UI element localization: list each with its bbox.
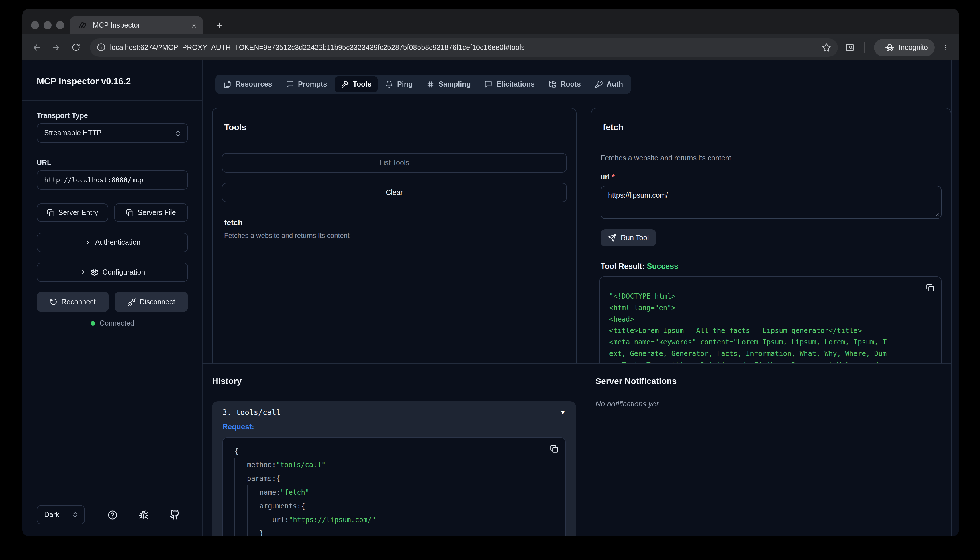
- run-tool-button[interactable]: Run Tool: [601, 229, 656, 247]
- tab-prompts[interactable]: Prompts: [280, 76, 333, 92]
- url-field-textarea[interactable]: https://lipsum.com/: [601, 186, 942, 219]
- result-code-line: "<!DOCTYPE html>: [600, 291, 941, 302]
- mcp-favicon-icon: [78, 21, 87, 30]
- copy-result-icon[interactable]: [926, 284, 934, 292]
- tab-label: Ping: [397, 80, 413, 88]
- json-token-str: "tools/call": [276, 458, 326, 472]
- window-zoom-button[interactable]: [56, 21, 64, 29]
- url-field-value: https://lipsum.com/: [608, 192, 668, 200]
- transport-type-select[interactable]: Streamable HTTP: [37, 123, 188, 143]
- result-code-line: <meta name="keywords" content="Lorem Ips…: [600, 337, 941, 348]
- bell-icon: [385, 80, 393, 88]
- result-code-line: <head>: [600, 313, 941, 325]
- tab-close-icon[interactable]: [191, 22, 197, 28]
- side-panel-button[interactable]: [840, 38, 860, 57]
- bookmark-star-icon[interactable]: [822, 43, 831, 52]
- back-arrow-icon: [32, 43, 41, 52]
- tab-label: Roots: [561, 80, 581, 88]
- tab-tools[interactable]: Tools: [334, 76, 378, 92]
- reconnect-button[interactable]: Reconnect: [37, 292, 109, 312]
- github-icon[interactable]: [170, 510, 180, 520]
- address-bar[interactable]: localhost:6274/?MCP_PROXY_AUTH_TOKEN=9e7…: [90, 38, 838, 57]
- indent-guide: [260, 513, 272, 527]
- server-url-value: http://localhost:8080/mcp: [44, 176, 143, 184]
- notifications-empty-text: No notifications yet: [596, 400, 659, 408]
- rotate-ccw-icon: [50, 298, 57, 305]
- json-token-str: "https://lipsum.com/": [289, 513, 376, 527]
- incognito-label: Incognito: [899, 43, 928, 51]
- copy-icon: [47, 209, 55, 217]
- sidebar-divider: [22, 100, 202, 101]
- tab-auth[interactable]: Auth: [588, 76, 629, 92]
- browser-titlebar: MCP Inspector: [22, 8, 959, 34]
- help-icon[interactable]: [107, 510, 117, 520]
- copy-request-icon[interactable]: [550, 445, 558, 453]
- tool-result-label: Tool Result: Success: [601, 262, 678, 270]
- resize-handle-icon[interactable]: [933, 211, 939, 217]
- browser-tab-title: MCP Inspector: [93, 21, 191, 29]
- message-square-icon: [286, 80, 294, 88]
- request-json-line: name: "fetch": [235, 485, 557, 499]
- result-code-line: <title>Lorem Ipsum - All the facts - Lip…: [600, 325, 941, 337]
- server-url-input[interactable]: http://localhost:8080/mcp: [37, 170, 188, 190]
- window-close-button[interactable]: [31, 21, 39, 29]
- server-entry-button[interactable]: Server Entry: [37, 203, 108, 222]
- chevron-right-icon: [80, 269, 87, 276]
- theme-value: Dark: [44, 511, 72, 519]
- history-entry-card: 3. tools/call ▼ Request: {method: "tools…: [212, 401, 576, 537]
- tool-list-item-name[interactable]: fetch: [224, 218, 243, 227]
- tab-elicitations[interactable]: Elicitations: [478, 76, 541, 92]
- sidebar-footer-icons: [97, 505, 191, 525]
- tool-detail-panel: fetch Fetches a website and returns its …: [591, 108, 951, 364]
- browser-tab[interactable]: MCP Inspector: [70, 16, 203, 34]
- authentication-expander[interactable]: Authentication: [37, 233, 188, 252]
- tab-label: Tools: [353, 80, 371, 88]
- send-icon: [608, 234, 616, 242]
- tab-label: Auth: [607, 80, 623, 88]
- history-entry-header[interactable]: 3. tools/call ▼: [212, 401, 576, 417]
- url-text[interactable]: localhost:6274/?MCP_PROXY_AUTH_TOKEN=9e7…: [110, 43, 822, 51]
- required-asterisk: *: [612, 173, 615, 181]
- back-button[interactable]: [27, 38, 47, 57]
- json-token-str: "fetch": [280, 485, 309, 499]
- result-code-line: <html lang="en">: [600, 302, 941, 313]
- site-info-icon[interactable]: [97, 43, 105, 52]
- tab-resources[interactable]: Resources: [217, 76, 278, 92]
- theme-select[interactable]: Dark: [37, 505, 85, 525]
- browser-menu-button[interactable]: [936, 38, 955, 57]
- forward-arrow-icon: [52, 43, 61, 52]
- clear-tools-button[interactable]: Clear: [222, 183, 567, 202]
- browser-window: MCP Inspector localhost:6274/?MCP_PROXY_…: [22, 8, 959, 537]
- forward-button[interactable]: [47, 38, 66, 57]
- history-title: History: [212, 376, 241, 386]
- connection-status-text: Connected: [100, 319, 135, 327]
- nav-tabbar: ResourcesPromptsToolsPingSamplingElicita…: [215, 75, 631, 94]
- list-tools-button[interactable]: List Tools: [222, 153, 567, 173]
- incognito-badge: Incognito: [874, 39, 935, 56]
- new-tab-button[interactable]: [211, 17, 228, 33]
- url-label: URL: [37, 159, 51, 167]
- tab-label: Resources: [236, 80, 272, 88]
- window-minimize-button[interactable]: [43, 21, 52, 29]
- json-token-key: url:: [272, 513, 289, 527]
- tool-detail-title: fetch: [603, 122, 624, 132]
- list-tools-label: List Tools: [379, 159, 409, 167]
- history-entry-label: 3. tools/call: [222, 408, 560, 417]
- tools-panel-header: Tools: [213, 108, 576, 146]
- screen: MCP Inspector localhost:6274/?MCP_PROXY_…: [0, 0, 980, 560]
- tab-ping[interactable]: Ping: [379, 76, 419, 92]
- key-icon: [595, 80, 602, 88]
- configuration-expander[interactable]: Configuration: [37, 263, 188, 282]
- bug-report-icon[interactable]: [139, 510, 148, 520]
- collapse-caret-icon[interactable]: ▼: [560, 409, 566, 415]
- disconnect-button[interactable]: Disconnect: [115, 292, 188, 312]
- tab-roots[interactable]: Roots: [542, 76, 587, 92]
- tools-list-panel: Tools List Tools Clear fetch Fetches a w…: [212, 108, 577, 364]
- copy-icon: [126, 209, 133, 217]
- reload-button[interactable]: [66, 38, 85, 57]
- tab-sampling[interactable]: Sampling: [420, 76, 477, 92]
- request-json-line: params: {: [235, 472, 557, 485]
- servers-file-button[interactable]: Servers File: [114, 203, 188, 222]
- tool-list-item-description: Fetches a website and returns its conten…: [224, 232, 349, 240]
- indent-guide: [235, 499, 247, 513]
